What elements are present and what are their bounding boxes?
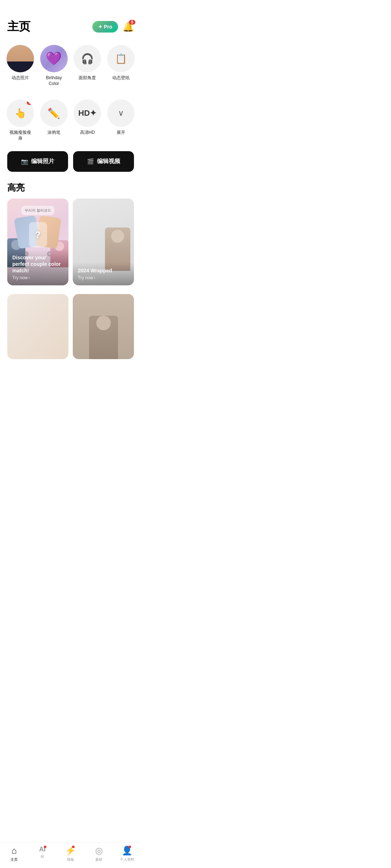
expand-icon-wrap: ∨ (107, 99, 135, 127)
video-slim-label: 视频瘦脸瘦身 (9, 130, 31, 141)
edit-photo-label: 编辑照片 (31, 158, 54, 165)
page-title: 主页 (7, 19, 30, 35)
graffiti-icon-wrap: ✏️ (40, 99, 68, 127)
pro-button[interactable]: ✦ Pro (92, 21, 118, 33)
couple-text-overlay: Discover your perfect couple color match… (7, 249, 68, 286)
edit-photo-button[interactable]: 📷 编辑照片 (7, 151, 68, 172)
tool-live-wallpaper[interactable]: 📋 动态壁纸 (105, 42, 137, 91)
wrapped-card-content: 2024 Wrapped Try now › (73, 199, 134, 285)
face-angle-icon-wrap: 🎧 (73, 45, 101, 72)
chevron-down-icon: ∨ (118, 109, 124, 118)
tool-live-photo[interactable]: 动态照片 (4, 42, 37, 91)
highlight-card-wrapped[interactable]: 2024 Wrapped Try now › (73, 199, 134, 285)
live-photo-icon-wrap (7, 45, 34, 72)
face-angle-label: 面部角度 (79, 75, 96, 81)
edit-video-label: 编辑视频 (97, 158, 120, 165)
highlight-section: 高亮 우리의 컬러코드 ? #F8FBFF #FFB6C1 (0, 179, 141, 388)
tools-row-1: 动态照片 💜 BirthdayColor 🎧 面部角度 📋 动态壁纸 (0, 39, 141, 94)
video-slim-icon-wrap: 👆 N (7, 99, 34, 127)
highlight-card-partial-1[interactable] (7, 294, 68, 359)
highlight-grid-2 (0, 290, 141, 388)
couple-card-content: 우리의 컬러코드 ? #F8FBFF #FFB6C1 (7, 199, 68, 285)
birthday-color-icon-wrap: 💜 (40, 45, 68, 72)
avatar-face (7, 45, 34, 72)
hd-label: 高清HD (80, 130, 95, 136)
pro-star-icon: ✦ (98, 24, 102, 30)
camera-icon: 📷 (21, 158, 28, 165)
tool-graffiti[interactable]: ✏️ 涂鸦笔 (38, 97, 70, 145)
tool-face-angle[interactable]: 🎧 面部角度 (71, 42, 104, 91)
live-wallpaper-icon-wrap: 📋 (107, 45, 135, 72)
highlight-grid: 우리의 컬러코드 ? #F8FBFF #FFB6C1 (0, 199, 141, 285)
tools-row-2: 👆 N 视频瘦脸瘦身 ✏️ 涂鸦笔 HD✦ 高清HD ∨ 展开 (0, 94, 141, 148)
graffiti-icon: ✏️ (47, 107, 60, 119)
highlight-card-couple[interactable]: 우리의 컬러코드 ? #F8FBFF #FFB6C1 (7, 199, 68, 285)
korean-text: 우리의 컬러코드 (21, 206, 55, 215)
birthday-color-label: BirthdayColor (46, 75, 62, 86)
tool-video-slim[interactable]: 👆 N 视频瘦脸瘦身 (4, 97, 37, 145)
notification-badge: 8 (129, 20, 135, 25)
birthday-heart-icon: 💜 (46, 51, 62, 66)
video-slim-icon: 👆 (14, 108, 26, 119)
live-photo-label: 动态照片 (12, 75, 29, 81)
tool-birthday-color[interactable]: 💜 BirthdayColor (38, 42, 70, 91)
expand-label: 展开 (117, 130, 125, 136)
tool-hd[interactable]: HD✦ 高清HD (71, 97, 104, 145)
action-buttons: 📷 编辑照片 🎬 编辑视频 (0, 148, 141, 179)
header-actions: ✦ Pro 🔔 8 (92, 21, 134, 33)
tool-expand[interactable]: ∨ 展开 (105, 97, 137, 145)
wrapped-text-overlay: 2024 Wrapped Try now › (73, 262, 134, 285)
highlight-card-partial-2[interactable] (73, 294, 134, 359)
highlight-title: 高亮 (0, 179, 141, 199)
face-angle-icon: 🎧 (81, 53, 94, 65)
notification-bell[interactable]: 🔔 8 (122, 21, 134, 33)
new-badge: N (27, 100, 33, 105)
live-wallpaper-label: 动态壁纸 (112, 75, 130, 81)
live-wallpaper-icon: 📋 (115, 53, 127, 64)
edit-video-button[interactable]: 🎬 编辑视频 (73, 151, 134, 172)
wrapped-sub-text: Try now › (78, 275, 129, 280)
graffiti-label: 涂鸦笔 (47, 130, 60, 136)
header: 主页 ✦ Pro 🔔 8 (0, 16, 141, 39)
couple-sub-text: Try now › (12, 275, 63, 280)
video-icon: 🎬 (87, 158, 94, 165)
couple-main-text: Discover your perfect couple color match… (12, 254, 63, 274)
hd-icon-wrap: HD✦ (73, 99, 101, 127)
wrapped-main-text: 2024 Wrapped (78, 267, 129, 274)
hd-icon: HD✦ (78, 109, 96, 118)
